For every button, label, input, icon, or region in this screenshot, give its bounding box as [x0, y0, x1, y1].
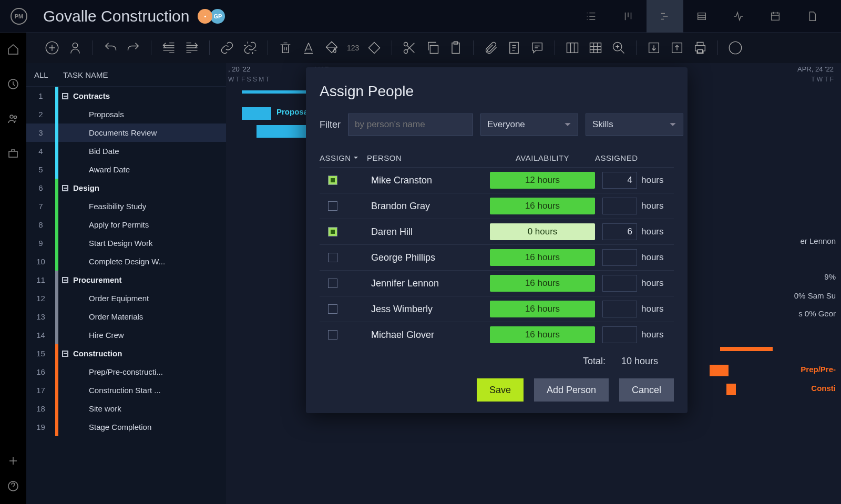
nav-clock-icon[interactable] [6, 77, 20, 91]
nav-home-icon[interactable] [6, 42, 20, 57]
col-assigned[interactable]: ASSIGNED [595, 153, 674, 162]
notes-icon[interactable] [504, 38, 524, 58]
task-row[interactable]: 17Construction Start ... [26, 381, 226, 399]
assign-checkbox[interactable] [328, 279, 337, 288]
expand-icon[interactable] [60, 349, 70, 358]
zoom-icon[interactable] [609, 38, 629, 58]
expand-icon[interactable] [60, 91, 70, 101]
nav-briefcase-icon[interactable] [6, 146, 20, 161]
gantt-date-right: APR, 24 '22 [797, 65, 834, 73]
nav-help-icon[interactable] [6, 479, 20, 493]
attach-icon[interactable] [481, 38, 501, 58]
add-person-button[interactable]: Add Person [534, 378, 609, 402]
dialog-title: Assign People [320, 83, 674, 100]
link-icon[interactable] [217, 38, 237, 58]
task-row[interactable]: 9Start Design Work [26, 234, 226, 252]
hours-input[interactable] [602, 301, 637, 317]
task-row[interactable]: 4Bid Date [26, 142, 226, 160]
print-icon[interactable] [690, 38, 710, 58]
grid-icon[interactable] [586, 38, 606, 58]
col-all[interactable]: ALL [34, 70, 63, 79]
expand-icon[interactable] [60, 275, 70, 285]
task-row[interactable]: 18Site work [26, 399, 226, 418]
assign-checkbox[interactable] [328, 330, 337, 340]
cancel-button[interactable]: Cancel [619, 378, 674, 402]
add-circle-icon[interactable] [42, 38, 62, 58]
gantt-bar-construction[interactable] [720, 347, 773, 351]
view-list-icon[interactable] [573, 0, 610, 33]
col-name[interactable]: TASK NAME [63, 70, 108, 79]
task-row[interactable]: 15Construction [26, 344, 226, 363]
nav-add-icon[interactable] [6, 454, 20, 468]
assign-checkbox[interactable] [328, 176, 337, 185]
task-row[interactable]: 8Apply for Permits [26, 215, 226, 234]
avatar-1[interactable]: • [198, 9, 212, 24]
trash-icon[interactable] [275, 38, 295, 58]
assign-checkbox[interactable] [328, 227, 337, 236]
task-row[interactable]: 11Procurement [26, 271, 226, 289]
outdent-icon[interactable] [159, 38, 179, 58]
view-activity-icon[interactable] [720, 0, 757, 33]
save-button[interactable]: Save [477, 378, 524, 402]
task-row[interactable]: 5Award Date [26, 160, 226, 179]
task-row[interactable]: 14Hire Crew [26, 326, 226, 344]
view-sheet-icon[interactable] [683, 0, 720, 33]
expand-icon [60, 147, 70, 156]
view-gantt-icon[interactable] [647, 0, 683, 33]
filter-skills-select[interactable]: Skills [586, 114, 683, 136]
task-row[interactable]: 13Order Materials [26, 307, 226, 326]
paste-icon[interactable] [446, 38, 466, 58]
text-style-icon[interactable] [299, 38, 319, 58]
undo-icon[interactable] [100, 38, 120, 58]
app-logo[interactable]: PM [11, 8, 27, 25]
expand-icon [60, 312, 70, 322]
task-row[interactable]: 12Order Equipment [26, 289, 226, 307]
columns-icon[interactable] [562, 38, 582, 58]
hours-input[interactable] [602, 172, 637, 189]
person-icon[interactable] [65, 38, 85, 58]
assign-checkbox[interactable] [328, 201, 337, 211]
diamond-icon[interactable] [364, 38, 384, 58]
col-availability[interactable]: AVAILABILITY [490, 153, 595, 162]
view-file-icon[interactable] [794, 0, 830, 33]
view-calendar-icon[interactable] [757, 0, 794, 33]
hours-input[interactable] [602, 275, 637, 292]
indent-icon[interactable] [182, 38, 202, 58]
task-row[interactable]: 6Design [26, 179, 226, 197]
filter-everyone-select[interactable]: Everyone [480, 114, 578, 136]
hours-input[interactable] [602, 223, 637, 240]
import-icon[interactable] [644, 38, 664, 58]
gantt-bar-proposals[interactable] [242, 107, 271, 120]
view-board-icon[interactable] [610, 0, 647, 33]
task-row[interactable]: 7Feasibility Study [26, 197, 226, 215]
task-row[interactable]: 1Contracts [26, 87, 226, 105]
app-header: PM Govalle Construction • GP [0, 0, 841, 33]
hours-input[interactable] [602, 249, 637, 266]
nav-people-icon[interactable] [6, 111, 20, 126]
more-icon[interactable] [725, 38, 745, 58]
col-person[interactable]: PERSON [367, 153, 490, 162]
comment-icon[interactable] [527, 38, 547, 58]
gantt-bar-const-start[interactable] [726, 384, 736, 395]
filter-input[interactable] [348, 114, 473, 136]
hours-input[interactable] [602, 326, 637, 343]
paint-icon[interactable] [322, 38, 342, 58]
export-icon[interactable] [667, 38, 687, 58]
avatar-2[interactable]: GP [210, 9, 225, 24]
hours-input[interactable] [602, 198, 637, 214]
cut-icon[interactable] [399, 38, 419, 58]
expand-icon[interactable] [60, 183, 70, 193]
task-row[interactable]: 3Documents Review [26, 124, 226, 142]
assign-checkbox[interactable] [328, 304, 337, 314]
task-row[interactable]: 19Stage Completion [26, 418, 226, 436]
task-row[interactable]: 2Proposals [26, 105, 226, 124]
redo-icon[interactable] [124, 38, 143, 58]
copy-icon[interactable] [423, 38, 443, 58]
task-row[interactable]: 16Prep/Pre-constructi... [26, 363, 226, 381]
task-row[interactable]: 10Complete Design W... [26, 252, 226, 271]
unlink-icon[interactable] [240, 38, 260, 58]
svg-rect-4 [9, 151, 17, 157]
col-assign[interactable]: ASSIGN [320, 153, 367, 162]
assign-checkbox[interactable] [328, 253, 337, 262]
gantt-bar-prep[interactable] [710, 365, 729, 376]
